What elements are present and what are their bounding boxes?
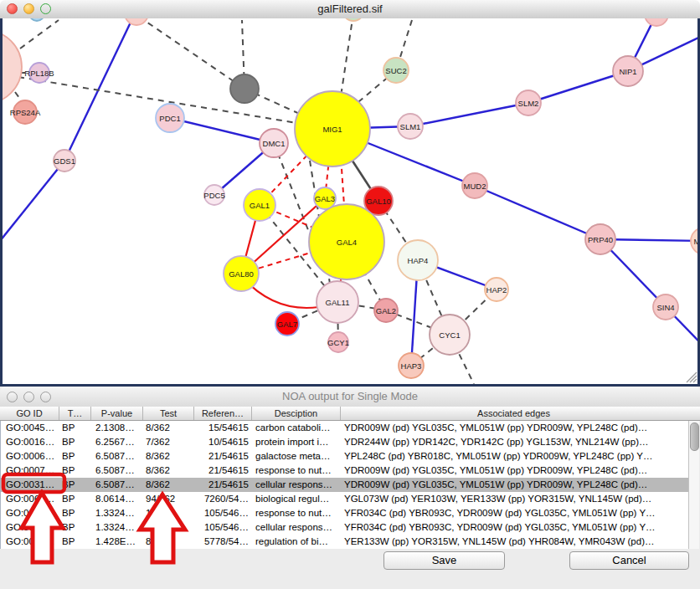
column-header-desciption[interactable]: Desciption	[251, 407, 340, 420]
column-header-p-value[interactable]: P-value	[90, 407, 142, 420]
node-CYC1[interactable]: CYC1	[430, 315, 470, 355]
cell-go-id: GO:0031…	[1, 478, 59, 492]
node-circle[interactable]	[230, 74, 259, 103]
node-label: SIN4	[656, 303, 674, 312]
node-GAL1[interactable]: GAL1	[244, 189, 275, 221]
node-MIG1[interactable]: MIG1	[295, 91, 370, 166]
node-RPS24A[interactable]: RPS24A	[10, 100, 41, 124]
node-circle[interactable]	[3, 30, 22, 104]
cell-go-id: GO:0031…	[1, 520, 59, 535]
table-row-4[interactable]: GO:0007…BP6.5087…8/36221/54615response t…	[1, 464, 688, 478]
cell-referen-: 7260/54…	[194, 492, 252, 506]
table-row-8[interactable]: GO:0031…BP1.3324…11/362105/546…cellular …	[1, 520, 688, 535]
cell-associated-edges: YDR244W (pp) YDR142C, YDR142C (pp) YGL15…	[341, 435, 687, 449]
node-label: GAL7	[277, 320, 297, 329]
cell-associated-edges: YFR034C (pd) YBR093C, YDR009W (pd) YGL03…	[341, 520, 687, 535]
node-label: PDC1	[159, 114, 180, 123]
node-gray-node[interactable]	[230, 74, 259, 103]
cell-referen-: 21/54615	[194, 449, 252, 464]
cancel-button[interactable]: Cancel	[569, 551, 689, 570]
table-row-9[interactable]: GO:0050…BP1.428E…80/3625778/54…regulatio…	[1, 535, 688, 549]
cell-referen-: 21/54615	[194, 478, 252, 492]
network-titlebar[interactable]: galFiltered.sif	[0, 0, 700, 19]
cell-associated-edges: YDR009W (pd) YGL035C, YML051W (pp) YDR00…	[341, 464, 687, 478]
noa-titlebar[interactable]: NOA output for Single Mode	[0, 387, 700, 407]
column-header-test[interactable]: Test	[142, 407, 193, 420]
node-top-pink-node[interactable]	[125, 18, 148, 25]
cell-t-: BP	[59, 478, 91, 492]
cell-t-: BP	[59, 492, 91, 506]
column-header-t-[interactable]: T…	[59, 407, 90, 420]
node-GAL80[interactable]: GAL80	[224, 256, 259, 291]
vertical-scrollbar[interactable]	[688, 421, 699, 549]
resize-grip-icon[interactable]	[687, 372, 697, 382]
edge-pp	[475, 186, 600, 239]
network-canvas[interactable]: RPL18BRPS24AGDS1PDC1DMC1MIG1SUC2SLM1SLM2…	[0, 18, 700, 387]
cell-referen-: 15/54615	[194, 421, 252, 435]
node-GAL3[interactable]: GAL3	[314, 187, 336, 209]
node-NIP1[interactable]: NIP1	[613, 56, 643, 86]
column-header-referen-[interactable]: Referen…	[193, 407, 251, 420]
node-SLM2[interactable]: SLM2	[516, 90, 541, 115]
node-HAP4[interactable]: HAP4	[398, 240, 438, 280]
node-PDC1[interactable]: PDC1	[156, 104, 184, 132]
cell-desciption: biological regul…	[252, 492, 341, 506]
save-button[interactable]: Save	[383, 551, 505, 570]
cell-associated-edges: YGL073W (pd) YER103W, YER133W (pp) YOR31…	[341, 492, 687, 506]
node-circle[interactable]	[645, 18, 668, 26]
node-label: HAP3	[401, 361, 422, 371]
column-header-associated-edges[interactable]: Associated edges	[340, 407, 687, 420]
cell-referen-: 105/546…	[194, 506, 252, 520]
node-label: HAP2	[486, 285, 507, 294]
node-label: GAL80	[229, 269, 254, 279]
scrollbar-thumb[interactable]	[690, 423, 699, 451]
node-GAL11[interactable]: GAL11	[317, 281, 358, 323]
column-header-go-id[interactable]: GO ID	[0, 407, 59, 420]
node-circle[interactable]	[342, 18, 364, 21]
node-topright-pink-node[interactable]	[645, 18, 668, 26]
node-SLM1[interactable]: SLM1	[398, 114, 423, 139]
node-PRP40[interactable]: PRP40	[585, 224, 615, 254]
node-SUC2[interactable]: SUC2	[383, 58, 409, 83]
node-GAL4[interactable]: GAL4	[309, 204, 384, 279]
edge-layer	[3, 18, 697, 384]
node-MSL1[interactable]: MSL1	[691, 228, 697, 254]
table-row-1[interactable]: GO:0045…BP2.1308…8/36215/54615carbon cat…	[1, 421, 688, 435]
cell-test: 8/362	[143, 421, 194, 435]
cell-desciption: protein import i…	[252, 435, 341, 449]
node-GCY1[interactable]: GCY1	[327, 332, 349, 352]
node-RPL18B[interactable]: RPL18B	[24, 63, 54, 83]
table-row-3[interactable]: GO:0006…BP6.5087…8/36221/54615galactose …	[1, 449, 688, 464]
node-GAL7[interactable]: GAL7	[275, 312, 299, 335]
node-label: NIP1	[619, 67, 636, 76]
node-GDS1[interactable]: GDS1	[54, 150, 75, 172]
node-HAP3[interactable]: HAP3	[399, 353, 424, 378]
table-row-7[interactable]: GO:0031…BP1.3324…11/362105/546…response …	[1, 506, 688, 520]
cell-desciption: cellular respons…	[252, 478, 341, 492]
cell-referen-: 10/54615	[194, 435, 252, 449]
cell-go-id: GO:0031…	[1, 506, 59, 520]
cell-go-id: GO:0050…	[1, 535, 59, 549]
table-row-5-selected[interactable]: GO:0031…BP6.5087…8/36221/54615cellular r…	[1, 478, 688, 492]
cell-p-value: 8.0614…	[91, 492, 143, 506]
node-label: HAP4	[408, 256, 429, 265]
network-window: galFiltered.sif RPL18BRPS24AGDS1PDC1DMC1…	[0, 0, 700, 387]
node-SIN4[interactable]: SIN4	[653, 294, 678, 320]
node-PDC5[interactable]: PDC5	[203, 185, 224, 205]
node-big-pale-node[interactable]	[3, 30, 22, 104]
node-top-green-node[interactable]	[342, 18, 364, 21]
node-circle[interactable]	[125, 18, 148, 25]
node-GAL2[interactable]: GAL2	[374, 299, 398, 322]
cell-go-id: GO:0045…	[1, 421, 59, 435]
cell-p-value: 6.5087…	[91, 464, 143, 478]
node-label: GAL11	[326, 298, 350, 307]
cell-go-id: GO:0065…	[1, 492, 59, 506]
node-MUD2[interactable]: MUD2	[462, 173, 487, 198]
table-row-2[interactable]: GO:0016…BP6.2567…7/36210/54615protein im…	[1, 435, 688, 449]
cell-go-id: GO:0007…	[1, 464, 59, 478]
node-circle[interactable]	[29, 18, 44, 21]
node-DMC1[interactable]: DMC1	[260, 129, 288, 157]
node-small-blue-node[interactable]	[29, 18, 44, 21]
node-HAP2[interactable]: HAP2	[485, 278, 508, 301]
table-row-6[interactable]: GO:0065…BP8.0614…94/3627260/54…biologica…	[1, 492, 688, 506]
